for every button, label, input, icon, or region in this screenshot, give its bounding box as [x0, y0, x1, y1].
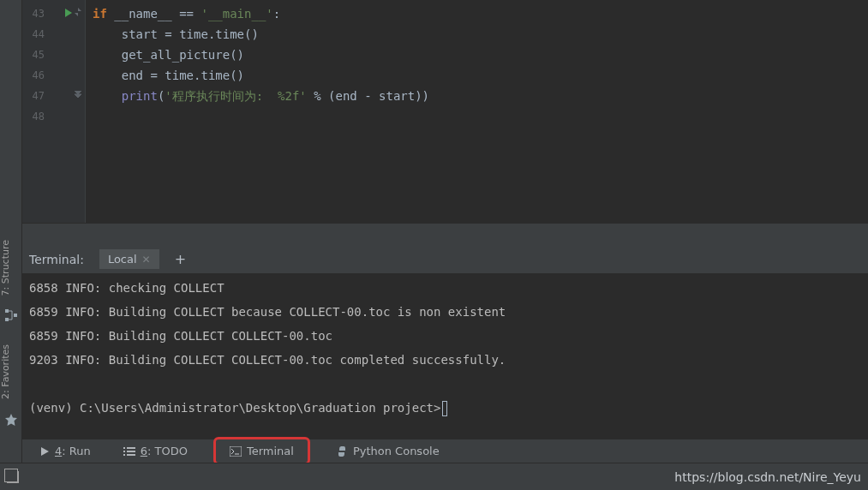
left-tool-strip: 7: Structure 2: Favorites	[0, 0, 22, 463]
favorites-tool-label[interactable]: 2: Favorites	[0, 344, 22, 399]
terminal-line: 9203 INFO: Building COLLECT COLLECT-00.t…	[29, 351, 861, 375]
code-area[interactable]: if __name__ == '__main__': start = time.…	[86, 0, 868, 223]
run-gutter-icon[interactable]	[65, 9, 72, 17]
svg-rect-7	[123, 454, 125, 456]
svg-rect-2	[14, 314, 17, 317]
python-console-label: Python Console	[353, 445, 440, 457]
todo-label: : TODO	[147, 445, 188, 457]
code-line[interactable]: print('程序执行时间为: %2f' % (end - start))	[93, 86, 868, 106]
line-number: 47	[22, 86, 51, 106]
terminal-tabs: Terminal: Local ✕ +	[22, 245, 868, 274]
terminal-line	[29, 375, 861, 399]
terminal-line: 6859 INFO: Building COLLECT COLLECT-00.t…	[29, 327, 861, 351]
python-icon	[336, 445, 348, 457]
bottom-tool-window-bar: 4: Run 6: TODO Terminal Python Console	[22, 439, 868, 463]
panel-splitter[interactable]	[22, 223, 868, 245]
svg-rect-9	[230, 446, 242, 457]
code-line[interactable]: end = time.time()	[93, 65, 868, 86]
terminal-icon	[230, 446, 242, 457]
method-end-marker-icon	[72, 88, 84, 100]
play-icon	[39, 446, 50, 457]
svg-rect-8	[127, 454, 135, 456]
terminal-tab-label: Local	[108, 253, 137, 266]
list-icon	[123, 446, 135, 457]
svg-rect-1	[5, 318, 9, 321]
python-console-tool-button[interactable]: Python Console	[329, 443, 446, 459]
svg-rect-5	[123, 451, 125, 452]
add-terminal-button[interactable]: +	[175, 251, 186, 267]
terminal-caret	[442, 401, 447, 416]
code-line[interactable]: start = time.time()	[93, 24, 868, 45]
terminal-line: 6859 INFO: Building COLLECT because COLL…	[29, 303, 861, 327]
terminal-line: (venv) C:\Users\Administrator\Desktop\Gr…	[29, 399, 861, 423]
terminal-tab-local[interactable]: Local ✕	[99, 249, 159, 269]
code-line[interactable]	[93, 106, 868, 127]
todo-tool-button[interactable]: 6: TODO	[117, 443, 195, 459]
method-marker-icon	[72, 6, 84, 18]
run-tool-button[interactable]: 4: Run	[33, 443, 98, 459]
svg-rect-3	[123, 447, 125, 449]
close-icon[interactable]: ✕	[142, 254, 151, 266]
structure-icon	[4, 308, 18, 322]
svg-rect-0	[5, 309, 9, 313]
line-number-gutter: 434445464748	[22, 0, 51, 223]
code-editor[interactable]: 434445464748 if __name__ == '__main__': …	[22, 0, 868, 223]
terminal-line: 6858 INFO: checking COLLECT	[29, 279, 861, 303]
svg-rect-4	[127, 447, 135, 449]
line-number: 46	[22, 65, 51, 86]
code-line[interactable]: if __name__ == '__main__':	[93, 3, 868, 24]
star-icon	[4, 413, 18, 427]
terminal-header-label: Terminal:	[29, 253, 84, 266]
terminal-label: Terminal	[247, 445, 294, 457]
code-line[interactable]: get_all_picture()	[93, 45, 868, 65]
status-right-text: https://blog.csdn.net/Nire_Yeyu	[674, 470, 861, 484]
status-bar: https://blog.csdn.net/Nire_Yeyu	[0, 463, 868, 490]
line-number: 43	[22, 3, 51, 24]
windows-icon[interactable]	[7, 471, 19, 483]
terminal-tool-button[interactable]: Terminal	[213, 437, 310, 465]
line-number: 44	[22, 24, 51, 45]
todo-shortcut: 6	[141, 445, 147, 457]
svg-rect-6	[127, 451, 135, 452]
run-label: : Run	[62, 445, 90, 457]
line-number: 45	[22, 45, 51, 65]
gutter-icon-strip	[51, 0, 86, 223]
structure-tool-label[interactable]: 7: Structure	[0, 240, 22, 296]
terminal-output[interactable]: 6858 INFO: checking COLLECT6859 INFO: Bu…	[22, 274, 868, 439]
line-number: 48	[22, 106, 51, 127]
